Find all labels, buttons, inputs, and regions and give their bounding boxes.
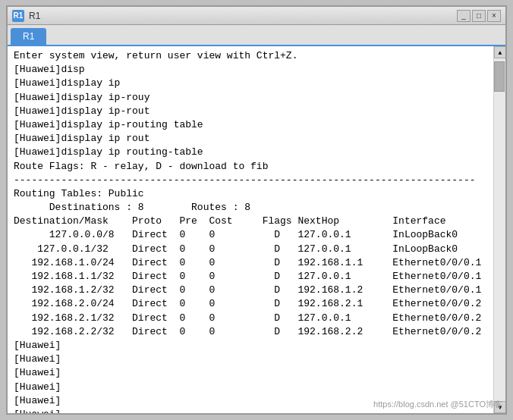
terminal-line: [Huawei] — [14, 366, 487, 380]
scrollbar-thumb[interactable] — [494, 61, 505, 92]
terminal-line: Route Flags: R - relay, D - download to … — [14, 160, 487, 174]
main-window: R1 R1 _ □ × R1 Enter system view, return… — [6, 5, 507, 415]
title-bar-left: R1 R1 — [12, 10, 40, 22]
terminal-line: Routing Tables: Public — [14, 187, 487, 201]
tab-bar: R1 — [8, 25, 505, 46]
terminal-line: [Huawei]display ip-rout — [14, 105, 487, 118]
restore-button[interactable]: □ — [472, 10, 486, 22]
terminal-line: [Huawei]display ip — [14, 77, 487, 90]
terminal-line: Destinations : 8 Routes : 8 — [14, 201, 487, 215]
terminal-line: Enter system view, return user view with… — [14, 49, 487, 63]
terminal-line: 192.168.1.2/32 Direct 0 0 D 192.168.1.2 … — [14, 284, 487, 297]
minimize-button[interactable]: _ — [457, 10, 471, 22]
terminal-line: [Huawei] — [14, 353, 487, 366]
scrollbar[interactable]: ▲ ▼ — [493, 46, 505, 413]
app-icon: R1 — [12, 10, 24, 22]
watermark: https://blog.csdn.net @51CTO博客 — [373, 399, 502, 410]
terminal-line: [Huawei]display ip-routing table — [14, 118, 487, 132]
tab-r1[interactable]: R1 — [11, 28, 46, 45]
scroll-up-button[interactable]: ▲ — [494, 46, 505, 58]
close-button[interactable]: × — [487, 10, 501, 22]
terminal-line: 192.168.1.0/24 Direct 0 0 D 192.168.1.1 … — [14, 256, 487, 270]
scrollbar-track[interactable] — [494, 58, 505, 401]
terminal-line: 192.168.2.2/32 Direct 0 0 D 192.168.2.2 … — [14, 325, 487, 339]
window-controls: _ □ × — [457, 10, 501, 22]
terminal-line: ----------------------------------------… — [14, 174, 487, 187]
window-title: R1 — [29, 11, 40, 21]
terminal-line: [Huawei] — [14, 381, 487, 394]
terminal-line: 127.0.0.0/8 Direct 0 0 D 127.0.0.1 InLoo… — [14, 228, 487, 242]
terminal-line: [Huawei] — [14, 339, 487, 353]
terminal-line: [Huawei]display ip routing-table — [14, 146, 487, 159]
terminal-output[interactable]: Enter system view, return user view with… — [8, 46, 493, 413]
terminal-line: 127.0.0.1/32 Direct 0 0 D 127.0.0.1 InLo… — [14, 243, 487, 256]
terminal-line: [Huawei]disp — [14, 63, 487, 77]
title-bar: R1 R1 _ □ × — [8, 7, 505, 25]
terminal-line: [Huawei]display ip-rouy — [14, 91, 487, 105]
terminal-line: 192.168.2.0/24 Direct 0 0 D 192.168.2.1 … — [14, 297, 487, 311]
terminal-line: [Huawei]display ip rout — [14, 132, 487, 146]
terminal-line: 192.168.1.1/32 Direct 0 0 D 127.0.0.1 Et… — [14, 270, 487, 284]
terminal-line: Destination/Mask Proto Pre Cost Flags Ne… — [14, 215, 487, 228]
terminal-line: 192.168.2.1/32 Direct 0 0 D 127.0.0.1 Et… — [14, 312, 487, 325]
terminal-area[interactable]: Enter system view, return user view with… — [8, 46, 505, 413]
